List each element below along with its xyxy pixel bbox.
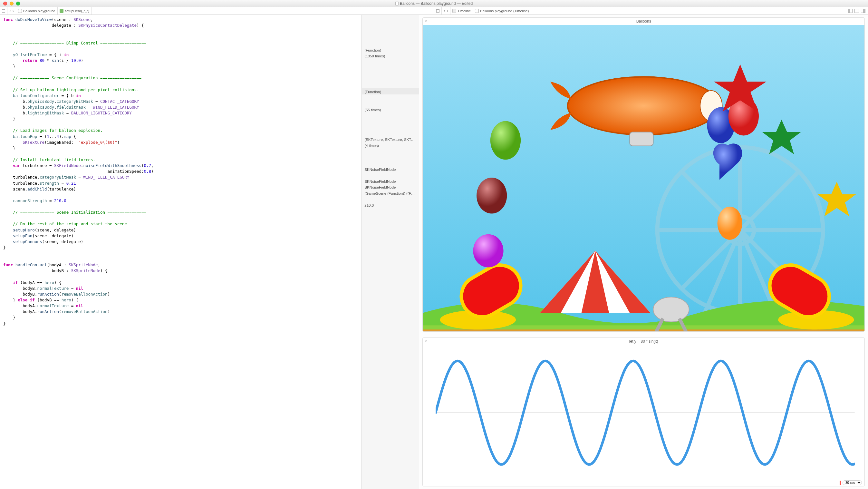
timeline-cursor-icon[interactable]: [840, 481, 841, 485]
result-row: [362, 130, 419, 136]
balloon-icon: [490, 121, 521, 159]
window-titlebar: Balloons — Balloons.playground — Edited: [0, 0, 868, 7]
window-title: Balloons — Balloons.playground — Edited: [400, 1, 473, 6]
breadcrumb[interactable]: Timeline: [451, 7, 473, 14]
nav-forward-icon[interactable]: ›: [12, 9, 14, 13]
result-row: [362, 29, 419, 35]
timeline-icon: [453, 9, 456, 13]
result-row[interactable]: (55 times): [362, 106, 419, 113]
nav-forward-icon[interactable]: ›: [447, 9, 448, 13]
assistant-editor: × Balloons: [419, 15, 868, 489]
source-editor[interactable]: func doDidMoveToView(scene : SKScene, de…: [0, 15, 362, 489]
document-icon: [395, 2, 399, 5]
result-row: [362, 100, 419, 106]
nav-back-icon[interactable]: ‹: [444, 9, 445, 13]
breadcrumb-label: Timeline: [458, 9, 471, 13]
related-items-icon[interactable]: [2, 9, 5, 12]
results-sidebar: (Function)(1058 times)(Function)(55 time…: [362, 15, 419, 489]
result-row[interactable]: (SKTexture, SKTexture, SKTe…: [362, 136, 419, 142]
playground-file-icon: [475, 9, 479, 13]
swift-symbol-icon: [60, 9, 63, 13]
nav-back-icon[interactable]: ‹: [9, 9, 11, 13]
breadcrumb-label: Balloons.playground (Timeline): [480, 9, 529, 13]
close-icon[interactable]: [3, 2, 7, 5]
breadcrumb-label: setupHero(_:_:): [65, 9, 89, 13]
live-view-card: × Balloons: [423, 18, 865, 332]
result-row[interactable]: SKNoiseFieldNode: [362, 166, 419, 172]
result-row[interactable]: (Function): [362, 88, 419, 94]
card-title: let y = 80 * sin(x): [629, 339, 658, 344]
breadcrumb[interactable]: Balloons.playground (Timeline): [473, 7, 531, 14]
toggle-left-panel-icon[interactable]: [848, 9, 852, 13]
jump-bar: ‹ › Balloons.playground setupHero(_:_:) …: [0, 7, 868, 15]
timeline-duration-select[interactable]: 30 sec: [842, 480, 862, 485]
result-row: [362, 64, 419, 70]
result-row[interactable]: SKNoiseFieldNode: [362, 184, 419, 190]
result-row[interactable]: 210.0: [362, 202, 419, 208]
close-icon[interactable]: ×: [425, 19, 427, 24]
result-row: [362, 118, 419, 124]
svg-point-17: [653, 297, 689, 322]
related-items-icon[interactable]: [436, 9, 439, 12]
toggle-right-panel-icon[interactable]: [861, 9, 865, 13]
balloon-icon: [476, 178, 507, 213]
svg-rect-22: [630, 132, 653, 146]
result-row: [362, 59, 419, 65]
value-history-graph: × let y = 80 * sin(x) 50 0 -50 30 se: [423, 337, 865, 486]
breadcrumb-label: Balloons.playground: [23, 9, 55, 13]
result-row[interactable]: SKNoiseFieldNode: [362, 178, 419, 184]
result-row: [362, 124, 419, 130]
result-row: [362, 148, 419, 154]
result-row: [362, 77, 419, 83]
card-title: Balloons: [636, 19, 651, 24]
svg-point-20: [568, 77, 719, 135]
spritekit-live-view[interactable]: [423, 25, 864, 331]
result-row: [362, 196, 419, 202]
close-icon[interactable]: ×: [425, 339, 427, 344]
result-row: [362, 41, 419, 47]
result-row: [362, 160, 419, 166]
zoom-icon[interactable]: [16, 2, 20, 5]
result-row: [362, 94, 419, 100]
result-row: [362, 83, 419, 89]
result-row: [362, 35, 419, 41]
result-row[interactable]: (Function): [362, 47, 419, 53]
result-row: [362, 112, 419, 118]
result-row[interactable]: (4 times): [362, 142, 419, 148]
result-row: [362, 154, 419, 160]
minimize-icon[interactable]: [10, 2, 13, 5]
breadcrumb[interactable]: setupHero(_:_:): [58, 7, 92, 14]
playground-file-icon: [18, 9, 22, 13]
breadcrumb[interactable]: Balloons.playground: [16, 7, 58, 14]
result-row: [362, 172, 419, 178]
toggle-center-panel-icon[interactable]: [855, 9, 859, 13]
balloon-icon: [473, 234, 504, 268]
result-row[interactable]: (1058 times): [362, 53, 419, 59]
code-content[interactable]: func doDidMoveToView(scene : SKScene, de…: [0, 15, 362, 333]
result-row: [362, 70, 419, 77]
result-row: [362, 17, 419, 23]
balloon-icon: [717, 207, 742, 240]
result-row: [362, 23, 419, 29]
result-row[interactable]: (GameScene (Function)) ((F…: [362, 190, 419, 196]
main-split: func doDidMoveToView(scene : SKScene, de…: [0, 15, 868, 489]
